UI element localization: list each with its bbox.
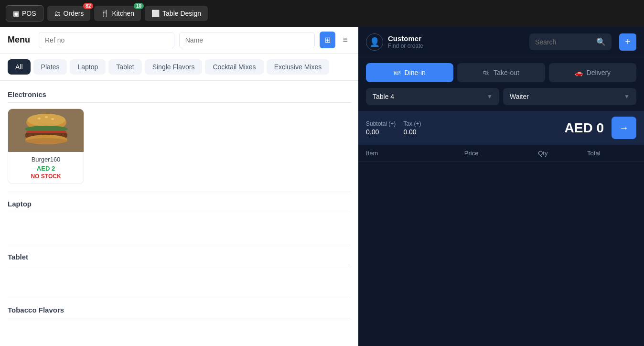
svg-point-4 — [45, 116, 48, 118]
products-grid-electronics: Burger160 AED 2 NO STOCK — [8, 108, 351, 184]
section-header-tablet: Tablet — [8, 253, 351, 265]
product-name-burger160: Burger160 — [13, 156, 79, 163]
order-total-bar: Subtotal (+) 0.00 Tax (+) 0.00 AED 0 → — [358, 111, 644, 145]
waiter-chevron-icon: ▼ — [624, 93, 630, 100]
orders-badge: 82 — [83, 3, 93, 9]
order-items-list — [358, 162, 644, 346]
svg-point-5 — [51, 118, 54, 120]
tablet-empty — [8, 271, 351, 290]
menu-title: Menu — [8, 35, 30, 45]
take-out-label: Take-out — [494, 69, 519, 76]
subtotal-group: Subtotal (+) 0.00 — [366, 120, 396, 136]
grid-view-button[interactable]: ⊞ — [320, 32, 335, 48]
subtotal-label: Subtotal (+) — [366, 120, 396, 127]
add-customer-button[interactable]: + — [619, 33, 636, 51]
divider-tablet — [8, 245, 351, 245]
main-layout: Menu ⊞ ≡ All Plates Laptop Tablet Single… — [0, 27, 644, 346]
name-input[interactable] — [179, 32, 315, 48]
section-header-laptop: Laptop — [8, 200, 351, 212]
service-tabs: 🍽 Dine-in 🛍 Take-out 🚗 Delivery — [358, 57, 644, 88]
tax-value: 0.00 — [403, 128, 421, 136]
top-nav: ▣ POS 🗂 Orders 82 🍴 Kitchen 10 ⬜ Table D… — [0, 0, 644, 27]
product-image-burger160 — [8, 109, 84, 152]
section-laptop: Laptop — [8, 200, 351, 237]
right-panel: 👤 Customer Find or create 🔍 + 🍽 Dine-in … — [358, 27, 644, 346]
customer-label: Customer — [388, 34, 423, 43]
order-column-headers: Item Price Qty Total — [358, 145, 644, 162]
orders-button[interactable]: 🗂 Orders 82 — [47, 6, 91, 21]
kitchen-button[interactable]: 🍴 Kitchen 10 — [94, 6, 141, 21]
menu-content: Electronics — [0, 81, 358, 346]
delivery-label: Delivery — [587, 69, 611, 76]
table-selector[interactable]: Table 4 ▼ — [366, 88, 499, 105]
table-design-label: Table Design — [162, 10, 201, 17]
search-icon: 🔍 — [596, 37, 606, 46]
proceed-button[interactable]: → — [612, 117, 636, 139]
col-total: Total — [587, 150, 636, 157]
table-design-icon: ⬜ — [151, 10, 160, 17]
waiter-selector[interactable]: Waiter ▼ — [503, 88, 636, 105]
tab-cocktail-mixes[interactable]: Cocktail Mixes — [205, 59, 263, 75]
dine-in-icon: 🍽 — [394, 69, 400, 76]
take-out-icon: 🛍 — [483, 69, 490, 76]
tab-delivery[interactable]: 🚗 Delivery — [549, 63, 636, 82]
pos-button[interactable]: ▣ POS — [6, 5, 43, 22]
col-qty: Qty — [538, 150, 587, 157]
section-electronics: Electronics — [8, 90, 351, 184]
kitchen-label: Kitchen — [112, 10, 134, 17]
table-design-button[interactable]: ⬜ Table Design — [145, 6, 208, 21]
menu-header: Menu ⊞ ≡ — [0, 27, 358, 54]
tab-dine-in[interactable]: 🍽 Dine-in — [366, 63, 453, 82]
customer-info: 👤 Customer Find or create — [366, 33, 522, 51]
order-search-bar: 🔍 — [529, 33, 612, 50]
tax-group: Tax (+) 0.00 — [403, 120, 421, 136]
total-amount: AED 0 — [565, 120, 604, 136]
section-tobacco-flavors: Tobacco Flavors — [8, 306, 351, 343]
delivery-icon: 🚗 — [575, 69, 583, 76]
burger-image-svg — [8, 109, 84, 152]
product-card-burger160[interactable]: Burger160 AED 2 NO STOCK — [8, 108, 84, 184]
dine-in-label: Dine-in — [404, 69, 425, 76]
pos-icon: ▣ — [13, 10, 19, 17]
svg-point-3 — [38, 118, 41, 119]
section-tablet: Tablet — [8, 253, 351, 290]
waiter-label: Waiter — [510, 93, 529, 100]
tab-plates[interactable]: Plates — [33, 59, 67, 75]
tab-take-out[interactable]: 🛍 Take-out — [457, 63, 545, 82]
section-header-electronics: Electronics — [8, 90, 351, 103]
tab-laptop[interactable]: Laptop — [70, 59, 106, 75]
tax-label: Tax (+) — [403, 120, 421, 127]
order-search-input[interactable] — [535, 38, 592, 46]
customer-icon: 👤 — [366, 33, 383, 51]
kitchen-badge: 10 — [134, 3, 144, 9]
subtotal-value: 0.00 — [366, 128, 396, 136]
selectors: Table 4 ▼ Waiter ▼ — [358, 88, 644, 111]
tobacco-empty — [8, 324, 351, 343]
tab-single-flavors[interactable]: Single Flavors — [145, 59, 203, 75]
tab-tablet[interactable]: Tablet — [108, 59, 141, 75]
kitchen-icon: 🍴 — [101, 10, 109, 17]
product-stock-burger160: NO STOCK — [13, 173, 79, 180]
table-label: Table 4 — [373, 93, 394, 100]
tab-all[interactable]: All — [8, 59, 31, 75]
tab-exclusive-mixes[interactable]: Exclusive Mixes — [267, 59, 330, 75]
divider-laptop — [8, 192, 351, 192]
left-panel: Menu ⊞ ≡ All Plates Laptop Tablet Single… — [0, 27, 358, 346]
customer-sublabel: Find or create — [388, 43, 423, 49]
customer-bar: 👤 Customer Find or create 🔍 + — [358, 27, 644, 57]
category-tabs: All Plates Laptop Tablet Single Flavors … — [0, 54, 358, 81]
table-chevron-icon: ▼ — [487, 93, 493, 100]
list-view-button[interactable]: ≡ — [340, 32, 351, 48]
product-price-burger160: AED 2 — [13, 165, 79, 172]
col-item: Item — [366, 150, 464, 157]
product-info-burger160: Burger160 AED 2 NO STOCK — [8, 152, 84, 184]
col-price: Price — [464, 150, 538, 157]
customer-text: Customer Find or create — [388, 34, 423, 49]
section-header-tobacco-flavors: Tobacco Flavors — [8, 306, 351, 318]
pos-label: POS — [22, 10, 36, 17]
orders-label: Orders — [64, 10, 84, 17]
orders-icon: 🗂 — [54, 10, 61, 17]
ref-input[interactable] — [39, 32, 174, 48]
laptop-empty — [8, 218, 351, 237]
svg-point-2 — [27, 114, 65, 126]
